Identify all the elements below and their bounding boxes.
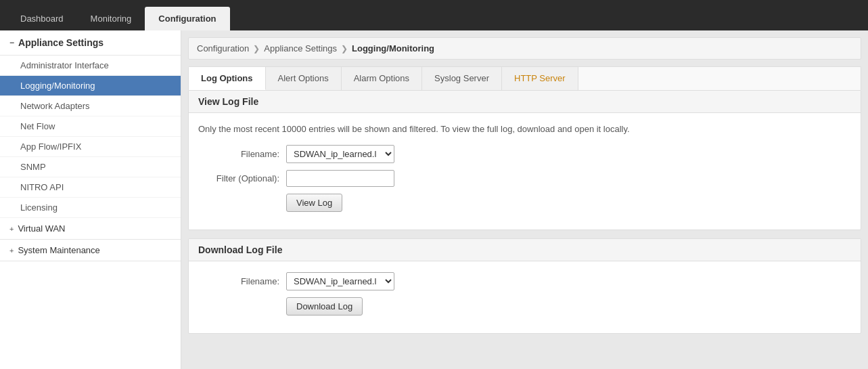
tab-syslog-server[interactable]: Syslog Server [422,67,502,90]
sidebar-item-net-flow[interactable]: Net Flow [0,116,181,137]
tab-http-server[interactable]: HTTP Server [502,67,578,90]
sidebar-item-administrator-interface[interactable]: Administrator Interface [0,56,181,76]
view-log-filter-row: Filter (Optional): [198,170,851,187]
breadcrumb-configuration[interactable]: Configuration [197,43,249,53]
sidebar-item-snmp[interactable]: SNMP [0,157,181,177]
expand-icon-virtual-wan: + [9,225,14,233]
view-log-card-header: View Log File [189,91,861,113]
main-layout: − Appliance Settings Administrator Inter… [0,30,868,369]
breadcrumb-logging-monitoring: Logging/Monitoring [352,43,434,53]
view-log-info-text: Only the most recent 10000 entries will … [198,124,851,134]
view-log-button-row: View Log [198,194,851,212]
download-log-card: Download Log File Filename: SDWAN_ip_lea… [188,238,861,334]
tab-log-options[interactable]: Log Options [189,67,266,90]
download-log-card-body: Filename: SDWAN_ip_learned.l Download Lo… [189,261,861,333]
sidebar-item-network-adapters[interactable]: Network Adapters [0,96,181,116]
view-log-filename-label: Filename: [198,149,286,159]
view-log-card-body: Only the most recent 10000 entries will … [189,113,861,230]
sidebar-appliance-settings-header[interactable]: − Appliance Settings [0,30,181,56]
tabs-row: Log Options Alert Options Alarm Options … [188,66,861,90]
breadcrumb-sep-2: ❯ [341,44,348,53]
sidebar: − Appliance Settings Administrator Inter… [0,30,181,369]
view-log-filename-row: Filename: SDWAN_ip_learned.l [198,145,851,163]
download-log-button-row: Download Log [198,297,851,316]
nav-dashboard[interactable]: Dashboard [7,7,77,30]
nav-monitoring[interactable]: Monitoring [77,7,145,30]
sidebar-item-logging-monitoring[interactable]: Logging/Monitoring [0,76,181,96]
collapse-icon: − [9,38,14,47]
sidebar-appliance-settings-label: Appliance Settings [18,37,104,48]
view-log-filter-input[interactable] [286,170,394,187]
top-nav: Dashboard Monitoring Configuration [0,0,868,30]
download-log-filename-select[interactable]: SDWAN_ip_learned.l [286,272,394,290]
breadcrumb: Configuration ❯ Appliance Settings ❯ Log… [188,37,861,60]
view-log-button[interactable]: View Log [286,194,342,212]
tab-alert-options[interactable]: Alert Options [266,67,342,90]
sidebar-virtual-wan-label: Virtual WAN [18,223,65,234]
nav-configuration[interactable]: Configuration [145,7,229,30]
sidebar-virtual-wan-header[interactable]: + Virtual WAN [0,218,181,240]
download-log-card-header: Download Log File [189,239,861,261]
sidebar-system-maintenance-label: System Maintenance [18,245,99,255]
sidebar-item-nitro-api[interactable]: NITRO API [0,177,181,198]
download-log-button[interactable]: Download Log [286,297,363,316]
sidebar-system-maintenance-header[interactable]: + System Maintenance [0,240,181,261]
breadcrumb-sep-1: ❯ [253,44,260,53]
download-log-filename-label: Filename: [198,276,286,286]
tab-alarm-options[interactable]: Alarm Options [342,67,422,90]
sidebar-item-app-flow-ipfix[interactable]: App Flow/IPFIX [0,137,181,157]
view-log-filename-select[interactable]: SDWAN_ip_learned.l [286,145,394,163]
breadcrumb-appliance-settings[interactable]: Appliance Settings [264,43,337,53]
content-area: Configuration ❯ Appliance Settings ❯ Log… [181,30,868,369]
expand-icon-system-maintenance: + [9,246,14,255]
sidebar-appliance-settings-items: Administrator Interface Logging/Monitori… [0,56,181,218]
view-log-filter-label: Filter (Optional): [198,173,286,183]
sidebar-item-licensing[interactable]: Licensing [0,198,181,218]
view-log-card: View Log File Only the most recent 10000… [188,90,861,230]
download-log-filename-row: Filename: SDWAN_ip_learned.l [198,272,851,290]
